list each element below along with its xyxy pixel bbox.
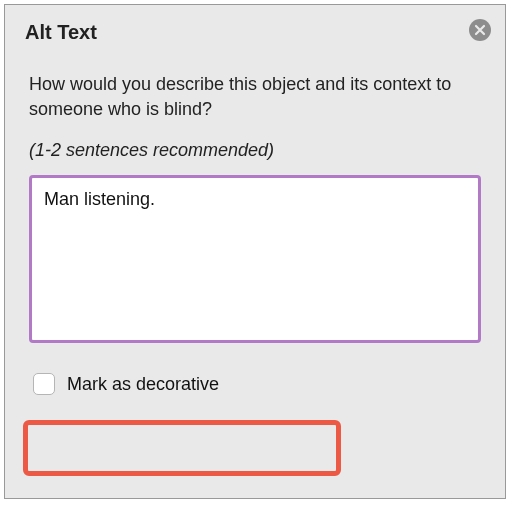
panel-title: Alt Text [25, 21, 485, 44]
hint-text: (1-2 sentences recommended) [5, 122, 505, 175]
alt-text-input[interactable] [29, 175, 481, 343]
alt-text-panel: Alt Text How would you describe this obj… [4, 4, 506, 499]
panel-header: Alt Text [5, 5, 505, 72]
close-button[interactable] [469, 19, 491, 41]
prompt-text: How would you describe this object and i… [5, 72, 505, 122]
mark-decorative-row[interactable]: Mark as decorative [25, 365, 289, 403]
textarea-container [29, 175, 481, 347]
mark-decorative-checkbox[interactable] [33, 373, 55, 395]
annotation-highlight [23, 420, 341, 476]
close-icon [474, 24, 486, 36]
mark-decorative-label: Mark as decorative [67, 374, 219, 395]
